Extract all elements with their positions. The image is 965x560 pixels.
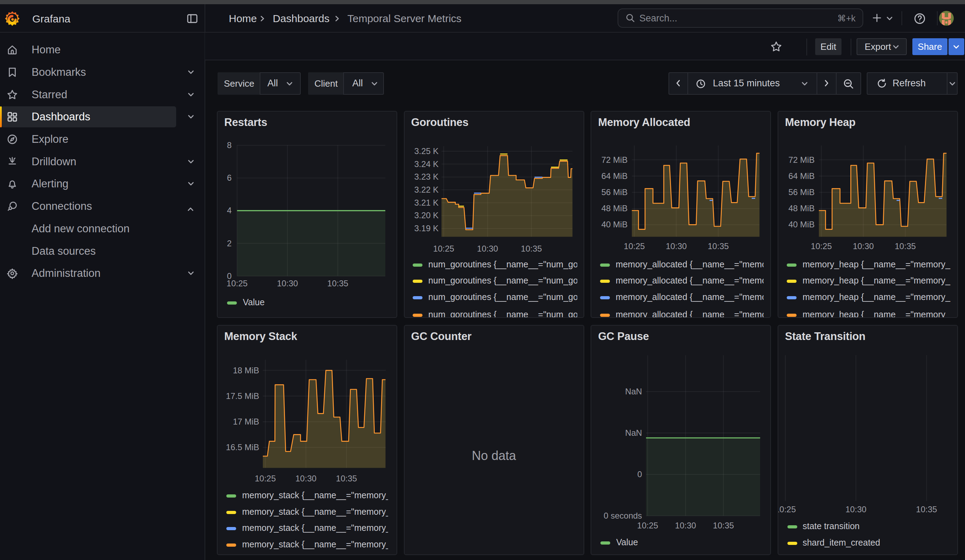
svg-text:3.24 K: 3.24 K: [414, 159, 438, 169]
svg-text:40 MiB: 40 MiB: [788, 220, 815, 229]
svg-text:3.21 K: 3.21 K: [414, 198, 438, 207]
svg-text:10:35: 10:35: [895, 242, 916, 251]
svg-text:10:25: 10:25: [255, 474, 276, 483]
svg-text:3.19 K: 3.19 K: [414, 224, 438, 233]
svg-text:0: 0: [638, 469, 642, 479]
svg-text:10:30: 10:30: [846, 504, 867, 514]
svg-text:56 MiB: 56 MiB: [788, 188, 815, 197]
svg-text:6: 6: [227, 173, 232, 183]
svg-text:10:25: 10:25: [227, 279, 248, 288]
svg-text:72 MiB: 72 MiB: [788, 155, 815, 165]
svg-text:10:25: 10:25: [637, 521, 658, 530]
svg-text:10:25: 10:25: [433, 244, 454, 253]
svg-text:10:30: 10:30: [675, 521, 696, 530]
svg-text:3.25 K: 3.25 K: [414, 146, 438, 156]
svg-text:48 MiB: 48 MiB: [788, 204, 815, 213]
svg-text:72 MiB: 72 MiB: [602, 155, 628, 165]
svg-text:10:25: 10:25: [624, 242, 645, 251]
svg-text:10:30: 10:30: [296, 474, 317, 483]
svg-text:10:30: 10:30: [666, 242, 687, 251]
svg-text:10:35: 10:35: [336, 474, 357, 483]
svg-text:10:35: 10:35: [327, 279, 348, 288]
svg-text:18 MiB: 18 MiB: [233, 366, 259, 375]
svg-text:3.23 K: 3.23 K: [414, 172, 438, 181]
svg-text:0 seconds: 0 seconds: [604, 511, 642, 520]
svg-text:48 MiB: 48 MiB: [602, 204, 628, 213]
svg-text:3.20 K: 3.20 K: [414, 211, 438, 220]
svg-text:8: 8: [227, 140, 232, 150]
svg-text:10:30: 10:30: [477, 244, 498, 253]
svg-text:NaN: NaN: [625, 428, 642, 438]
svg-text:3.22 K: 3.22 K: [414, 185, 438, 194]
svg-text:10:35: 10:35: [713, 521, 734, 530]
svg-text:64 MiB: 64 MiB: [602, 171, 628, 181]
svg-text:NaN: NaN: [625, 387, 642, 396]
svg-text:64 MiB: 64 MiB: [788, 171, 815, 181]
svg-text:4: 4: [227, 206, 232, 215]
svg-text:17.5 MiB: 17.5 MiB: [226, 391, 259, 401]
svg-text:16.5 MiB: 16.5 MiB: [226, 442, 259, 452]
svg-text:10:25: 10:25: [811, 242, 832, 251]
svg-text:40 MiB: 40 MiB: [602, 220, 628, 229]
svg-text:56 MiB: 56 MiB: [602, 188, 628, 197]
svg-text:2: 2: [227, 238, 232, 248]
svg-text:17 MiB: 17 MiB: [233, 417, 259, 426]
svg-text:10:25: 10:25: [778, 504, 796, 514]
svg-text:10:30: 10:30: [277, 279, 298, 288]
svg-text:10:35: 10:35: [521, 244, 542, 253]
svg-text:10:35: 10:35: [708, 242, 729, 251]
svg-text:10:35: 10:35: [916, 504, 937, 514]
svg-text:10:30: 10:30: [853, 242, 874, 251]
